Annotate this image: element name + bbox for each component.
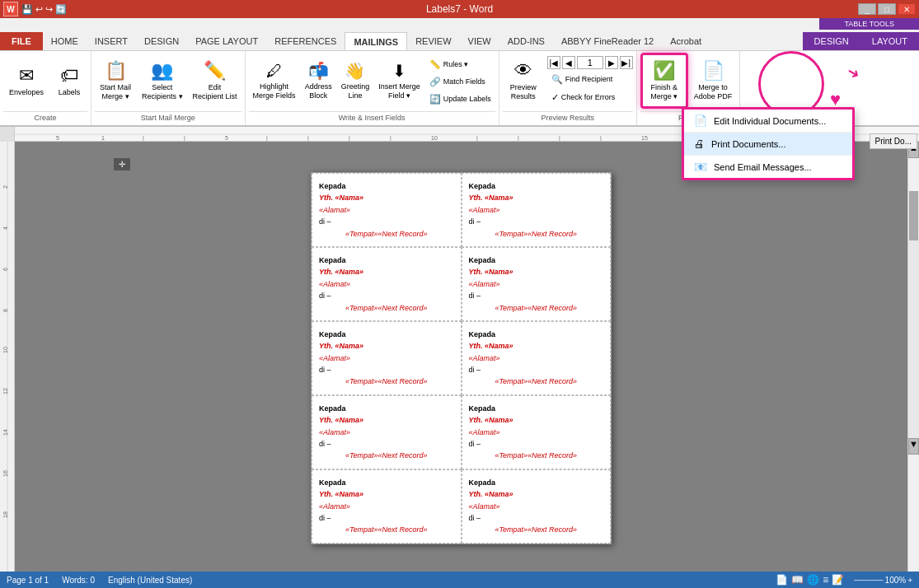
svg-text:16: 16 bbox=[2, 470, 8, 477]
nav-next-btn[interactable]: ▶ bbox=[605, 56, 618, 69]
scroll-track[interactable] bbox=[908, 191, 919, 438]
print-documents-icon: 🖨 bbox=[694, 138, 705, 150]
tab-addins[interactable]: ADD-INS bbox=[499, 32, 553, 50]
view-outline-btn[interactable]: ≡ bbox=[823, 574, 828, 586]
words-status: Words: 0 bbox=[62, 576, 95, 585]
svg-text:18: 18 bbox=[2, 511, 8, 518]
highlight-merge-fields-button[interactable]: 🖊 HighlightMerge Fields bbox=[249, 53, 300, 109]
label-cell-8: Kepada Yth. «Nama» «Alamat» di – «Tempat… bbox=[312, 469, 462, 544]
ribbon-group-mail-merge: 📋 Start MailMerge ▾ 👥 SelectRecipients ▾… bbox=[91, 51, 246, 125]
greeting-line-button[interactable]: 👋 GreetingLine bbox=[337, 53, 374, 109]
svg-text:|: | bbox=[266, 135, 268, 142]
rules-icon: 📏 bbox=[429, 59, 441, 70]
tab-design[interactable]: DESIGN bbox=[136, 32, 187, 50]
print-documents-label: Print Documents... bbox=[711, 139, 785, 149]
send-email-messages-item[interactable]: 📧 Send Email Messages... bbox=[684, 156, 852, 178]
check-for-errors-label: Check for Errors bbox=[561, 93, 616, 101]
tab-home[interactable]: HOME bbox=[43, 32, 87, 50]
preview-results-button[interactable]: 👁 PreviewResults bbox=[503, 53, 544, 109]
label-cell-4: Kepada Yth. «Nama» «Alamat» di – «Tempat… bbox=[312, 321, 462, 395]
page-number-input[interactable] bbox=[577, 56, 603, 69]
status-bar: Page 1 of 1 Words: 0 English (United Sta… bbox=[0, 572, 919, 588]
envelopes-button[interactable]: ✉ Envelopes bbox=[3, 53, 49, 109]
find-recipient-label: Find Recipient bbox=[565, 75, 613, 83]
minimize-btn[interactable]: _ bbox=[858, 3, 876, 15]
send-email-messages-label: Send Email Messages... bbox=[714, 162, 812, 172]
merge-adobe-button[interactable]: 📄 Merge toAdobe PDF bbox=[690, 53, 737, 109]
write-insert-group-label: Write & Insert Fields bbox=[249, 111, 495, 124]
svg-text:8: 8 bbox=[2, 309, 8, 312]
tab-table-design[interactable]: DESIGN bbox=[803, 32, 860, 50]
envelopes-label: Envelopes bbox=[9, 88, 44, 96]
update-labels-label: Update Labels bbox=[443, 95, 491, 103]
select-recipients-button[interactable]: 👥 SelectRecipients ▾ bbox=[138, 53, 187, 109]
svg-text:|: | bbox=[390, 135, 392, 142]
view-fullread-btn[interactable]: 📖 bbox=[791, 574, 804, 586]
edit-recipient-list-button[interactable]: ✏️ EditRecipient List bbox=[189, 53, 241, 109]
rules-button[interactable]: 📏 Rules ▾ bbox=[425, 56, 495, 72]
svg-text:15: 15 bbox=[641, 135, 648, 141]
insert-merge-field-button[interactable]: ⬇ Insert MergeField ▾ bbox=[374, 53, 424, 109]
tab-view[interactable]: VIEW bbox=[460, 32, 499, 50]
tab-abbyy[interactable]: ABBYY FineReader 12 bbox=[553, 32, 662, 50]
view-web-btn[interactable]: 🌐 bbox=[807, 574, 819, 586]
view-print-btn[interactable]: 📄 bbox=[776, 574, 788, 586]
view-draft-btn[interactable]: 📝 bbox=[832, 574, 844, 586]
title-text: Labels7 - Word bbox=[426, 3, 493, 15]
tab-page-layout[interactable]: PAGE LAYOUT bbox=[187, 32, 266, 50]
svg-text:10: 10 bbox=[431, 135, 438, 141]
title-bar: W 💾 ↩ ↪ 🔄 Labels7 - Word _ □ ✕ bbox=[0, 0, 919, 18]
print-doc-overflow-btn[interactable]: Print Do... bbox=[870, 133, 917, 149]
doc-scroll-area[interactable]: ✛ Kepada Yth. «Nama» «Alamat» di – «Temp… bbox=[15, 142, 907, 588]
highlight-merge-fields-label: HighlightMerge Fields bbox=[253, 82, 296, 100]
svg-text:|: | bbox=[143, 135, 144, 142]
tab-acrobat[interactable]: Acrobat bbox=[662, 32, 710, 50]
table-tools-header: TABLE TOOLS bbox=[0, 18, 919, 30]
nav-first-btn[interactable]: |◀ bbox=[547, 56, 560, 69]
svg-text:1: 1 bbox=[101, 135, 105, 141]
check-for-errors-button[interactable]: ✓ Check for Errors bbox=[547, 89, 633, 105]
start-mail-merge-button[interactable]: 📋 Start MailMerge ▾ bbox=[95, 53, 136, 109]
print-doc-overflow-label: Print Do... bbox=[875, 137, 912, 146]
tab-references[interactable]: REFERENCES bbox=[266, 32, 345, 50]
find-recipient-button[interactable]: 🔍 Find Recipient bbox=[547, 71, 633, 87]
tab-file[interactable]: FILE bbox=[0, 32, 43, 50]
maximize-btn[interactable]: □ bbox=[878, 3, 896, 15]
svg-text:|: | bbox=[184, 135, 185, 142]
label-cell-5: Kepada Yth. «Nama» «Alamat» di – «Tempat… bbox=[462, 321, 612, 395]
svg-text:5: 5 bbox=[225, 135, 228, 141]
address-block-button[interactable]: 📬 AddressBlock bbox=[301, 53, 336, 109]
send-email-icon: 📧 bbox=[694, 161, 707, 173]
language-status: English (United States) bbox=[108, 576, 192, 585]
edit-individual-documents-item[interactable]: 📄 Edit Individual Documents... bbox=[684, 110, 852, 133]
svg-text:|: | bbox=[600, 135, 602, 142]
match-fields-label: Match Fields bbox=[443, 77, 485, 86]
labels-label: Labels bbox=[59, 88, 81, 96]
scroll-thumb[interactable] bbox=[909, 191, 918, 240]
print-documents-item[interactable]: 🖨 Print Documents... bbox=[684, 133, 852, 156]
insert-merge-field-label: Insert MergeField ▾ bbox=[378, 82, 420, 100]
scroll-down-btn[interactable]: ▼ bbox=[908, 438, 919, 455]
finish-merge-button[interactable]: ✅ Finish &Merge ▾ bbox=[640, 53, 688, 109]
svg-text:2: 2 bbox=[2, 185, 8, 189]
nav-prev-btn[interactable]: ◀ bbox=[562, 56, 575, 69]
tab-insert[interactable]: INSERT bbox=[87, 32, 136, 50]
label-cell-9: Kepada Yth. «Nama» «Alamat» di – «Tempat… bbox=[462, 469, 612, 544]
zoom-slider[interactable]: ───── 100% + bbox=[854, 576, 912, 585]
tab-review[interactable]: REVIEW bbox=[407, 32, 459, 50]
update-labels-button[interactable]: 🔄 Update Labels bbox=[425, 91, 495, 107]
ruler-vertical: 2 4 6 8 10 12 14 16 18 bbox=[0, 142, 15, 588]
edit-individual-icon: 📄 bbox=[694, 114, 707, 127]
nav-last-btn[interactable]: ▶| bbox=[620, 56, 633, 69]
labels-button[interactable]: 🏷 Labels bbox=[51, 53, 87, 109]
match-fields-icon: 🔗 bbox=[429, 77, 441, 87]
tab-mailings[interactable]: MAILINGS bbox=[345, 32, 407, 50]
page-move-handle[interactable]: ✛ bbox=[114, 158, 130, 170]
tab-table-layout[interactable]: LAYOUT bbox=[860, 32, 919, 50]
svg-text:|: | bbox=[559, 135, 560, 142]
close-btn[interactable]: ✕ bbox=[898, 3, 916, 15]
vertical-scrollbar[interactable]: ▲ ▼ bbox=[907, 142, 919, 588]
match-fields-button[interactable]: 🔗 Match Fields bbox=[425, 73, 495, 90]
address-block-label: AddressBlock bbox=[305, 82, 332, 100]
label-cell-7: Kepada Yth. «Nama» «Alamat» di – «Tempat… bbox=[462, 395, 612, 469]
